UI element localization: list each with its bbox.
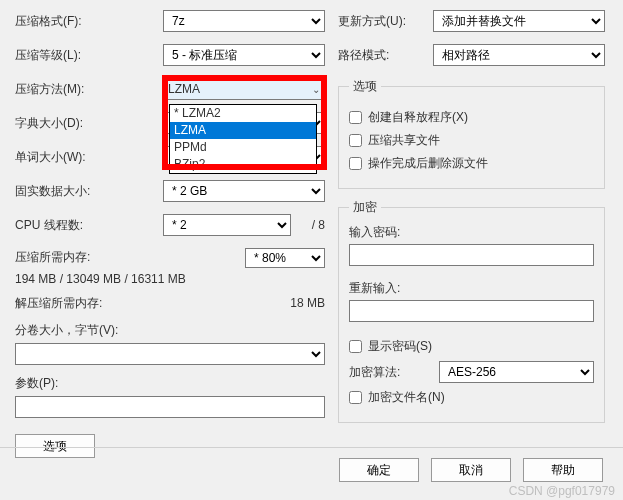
shared-label: 压缩共享文件	[368, 132, 440, 149]
showpwd-checkbox[interactable]	[349, 340, 362, 353]
password-input[interactable]	[349, 244, 594, 266]
help-button[interactable]: 帮助	[523, 458, 603, 482]
split-select[interactable]	[15, 343, 325, 365]
pathmode-label: 路径模式:	[338, 47, 433, 64]
format-select[interactable]: 7z	[163, 10, 325, 32]
mem-decompress-value: 18 MB	[290, 294, 325, 312]
mem-compress-detail: 194 MB / 13049 MB / 16311 MB	[15, 270, 325, 288]
level-label: 压缩等级(L):	[15, 47, 163, 64]
level-select[interactable]: 5 - 标准压缩	[163, 44, 325, 66]
options-fieldset: 选项 创建自释放程序(X) 压缩共享文件 操作完成后删除源文件	[338, 78, 605, 189]
delete-label: 操作完成后删除源文件	[368, 155, 488, 172]
mem-compress-select[interactable]: * 80%	[245, 248, 325, 268]
method-option[interactable]: * LZMA2	[170, 105, 316, 122]
enc-method-select[interactable]: AES-256	[439, 361, 594, 383]
encryption-fieldset: 加密 输入密码: 重新输入: 显示密码(S) 加密算法: AES-256 加密文…	[338, 199, 605, 423]
cpu-select[interactable]: * 2	[163, 214, 291, 236]
encryption-legend: 加密	[349, 199, 381, 216]
cpu-total: / 8	[291, 218, 325, 232]
cancel-button[interactable]: 取消	[431, 458, 511, 482]
enc-method-label: 加密算法:	[349, 364, 439, 381]
solid-label: 固实数据大小:	[15, 183, 163, 200]
options-legend: 选项	[349, 78, 381, 95]
shared-checkbox[interactable]	[349, 134, 362, 147]
delete-checkbox[interactable]	[349, 157, 362, 170]
split-label: 分卷大小，字节(V):	[15, 322, 325, 339]
update-label: 更新方式(U):	[338, 13, 433, 30]
enc-filename-checkbox[interactable]	[349, 391, 362, 404]
method-select[interactable]: LZMA ⌄	[163, 78, 325, 100]
mem-decompress-label: 解压缩所需内存:	[15, 294, 102, 312]
repassword-input[interactable]	[349, 300, 594, 322]
cpu-label: CPU 线程数:	[15, 217, 163, 234]
method-label: 压缩方法(M):	[15, 81, 163, 98]
showpwd-label: 显示密码(S)	[368, 338, 432, 355]
enc-filename-label: 加密文件名(N)	[368, 389, 445, 406]
password-label: 输入密码:	[349, 224, 594, 241]
repassword-label: 重新输入:	[349, 280, 594, 297]
ok-button[interactable]: 确定	[339, 458, 419, 482]
chevron-down-icon: ⌄	[312, 84, 320, 95]
watermark: CSDN @pgf017979	[509, 484, 615, 498]
word-label: 单词大小(W):	[15, 149, 163, 166]
method-option[interactable]: LZMA	[170, 122, 316, 139]
method-option[interactable]: BZip2	[170, 156, 316, 173]
update-select[interactable]: 添加并替换文件	[433, 10, 605, 32]
mem-compress-label: 压缩所需内存:	[15, 248, 90, 268]
solid-select[interactable]: * 2 GB	[163, 180, 325, 202]
sfx-checkbox[interactable]	[349, 111, 362, 124]
dict-label: 字典大小(D):	[15, 115, 163, 132]
pathmode-select[interactable]: 相对路径	[433, 44, 605, 66]
method-option[interactable]: PPMd	[170, 139, 316, 156]
method-dropdown[interactable]: * LZMA2LZMAPPMdBZip2	[169, 104, 317, 174]
format-label: 压缩格式(F):	[15, 13, 163, 30]
sfx-label: 创建自释放程序(X)	[368, 109, 468, 126]
params-label: 参数(P):	[15, 375, 325, 392]
params-input[interactable]	[15, 396, 325, 418]
